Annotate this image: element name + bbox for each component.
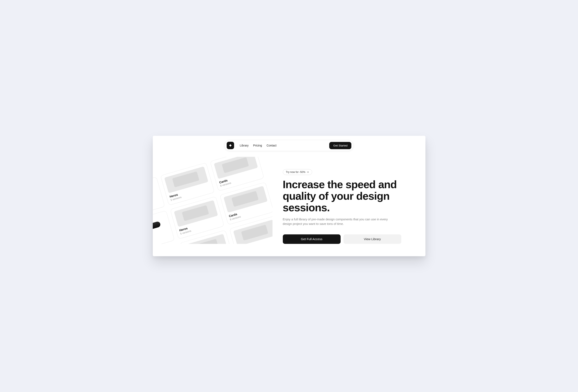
hero-subcopy: Enjoy a full library of pre-made design … [283, 217, 390, 226]
arrow-right-icon [307, 171, 309, 173]
cta-row: Get Full Access View Library [283, 234, 413, 244]
nav-wrap: Library Pricing Contact Get Started [153, 140, 426, 151]
landing-canvas: Library Pricing Contact Get Started Butt… [153, 136, 426, 256]
hero-section: Try now for -50% Increase the speed and … [283, 157, 413, 244]
top-nav: Library Pricing Contact Get Started [224, 140, 354, 151]
nav-links: Library Pricing Contact [240, 144, 277, 147]
logo-icon[interactable] [227, 142, 234, 149]
nav-link-library[interactable]: Library [240, 144, 249, 147]
nav-link-contact[interactable]: Contact [267, 144, 276, 147]
hero-illustration: Buttons 12 versions Heros 5 versions Car… [153, 157, 273, 244]
view-library-button[interactable]: View Library [343, 234, 401, 244]
illus-card-buttons: Buttons 12 versions [153, 211, 175, 244]
promo-badge-label: Try now for -50% [286, 171, 305, 174]
get-started-button[interactable]: Get Started [329, 142, 351, 149]
promo-badge[interactable]: Try now for -50% [283, 169, 312, 175]
get-full-access-button[interactable]: Get Full Access [283, 234, 341, 244]
main-row: Buttons 12 versions Heros 5 versions Car… [153, 157, 426, 244]
nav-link-pricing[interactable]: Pricing [253, 144, 262, 147]
hero-headline: Increase the speed and quality of your d… [283, 179, 398, 213]
